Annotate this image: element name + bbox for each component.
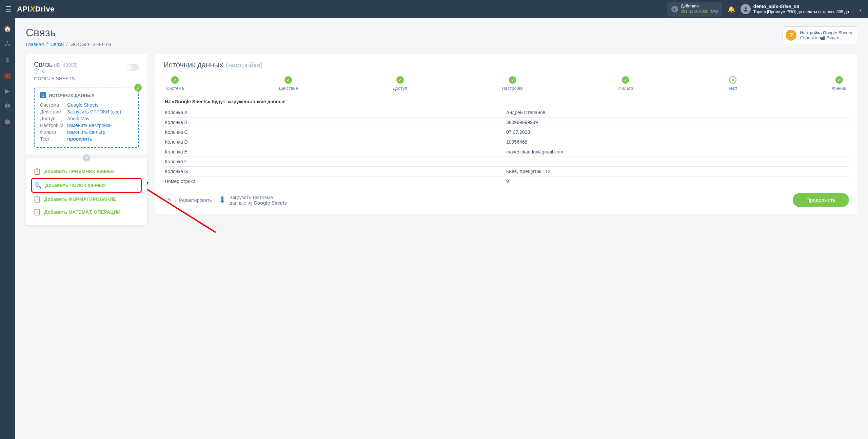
page-title: Связь — [26, 26, 111, 39]
add-action-item[interactable]: 📋Добавить МАТЕМАТ. ОПЕРАЦИИ — [31, 206, 142, 218]
help-icon[interactable]: ? — [4, 119, 11, 127]
breadcrumb-home[interactable]: Главная — [26, 42, 44, 47]
actions-label: Действия: — [681, 4, 718, 9]
briefcase-icon[interactable]: 💼 — [4, 72, 11, 79]
breadcrumb-links[interactable]: Связи — [51, 42, 64, 47]
logo-x: X — [30, 5, 35, 13]
add-action-item[interactable]: 🔍Добавить ПОИСК данных — [31, 178, 142, 193]
notifications-icon[interactable]: 🔔 — [728, 5, 735, 13]
table-row: Колонка F — [163, 157, 849, 167]
video-icon[interactable]: ▶ — [5, 87, 10, 95]
pencil-icon: ✎ — [163, 194, 176, 206]
profile-icon[interactable] — [4, 103, 11, 111]
help-link-video[interactable]: Видео — [826, 35, 839, 40]
table-row: Колонка B380999999989 — [163, 118, 849, 127]
source-row[interactable]: ДействиеЗагрузить СТРОКИ (все) — [40, 108, 133, 115]
source-row[interactable]: СистемаGoogle Sheets — [40, 102, 133, 108]
action-icon: 🔍 — [34, 182, 42, 189]
conn-title: Связь — [34, 61, 53, 68]
breadcrumb: Главная / Связи / GOOGLE SHEETS — [26, 42, 111, 47]
continue-button[interactable]: Продолжить — [793, 193, 849, 207]
help-link-doc[interactable]: Справка — [800, 35, 817, 40]
svg-point-5 — [7, 105, 8, 106]
edit-button[interactable]: ✎ Редактировать — [163, 194, 212, 206]
right-subtitle: (настройка) — [226, 61, 262, 69]
source-row[interactable]: Тестпроверить — [40, 135, 133, 142]
table-row: Колонка GКиев, Хрещатик 112 — [163, 167, 849, 176]
source-row[interactable]: Настройкиизменить настройки — [40, 122, 133, 129]
svg-point-0 — [745, 7, 747, 9]
wizard-step[interactable]: ✓Финиш — [832, 76, 846, 91]
breadcrumb-current: GOOGLE SHEETS — [70, 42, 111, 47]
help-box: ? Настройка Google Sheets Справка 📹 Виде… — [783, 26, 857, 44]
table-row: Номер строки9 — [163, 176, 849, 186]
user-plan: Тариф |Премиум PRO| до оплаты осталось 3… — [753, 9, 849, 15]
table-row: Колонка C07.07.2023 — [163, 127, 849, 137]
table-row: Колонка AАндрей Степанов — [163, 108, 849, 118]
conn-toggle[interactable] — [125, 64, 139, 71]
action-icon: 📋 — [33, 168, 41, 175]
actions-used: 291 — [681, 9, 688, 14]
side-nav: 🏠 $ 💼 ▶ ? — [0, 18, 15, 439]
copy-icon[interactable]: 📄 — [34, 68, 40, 74]
source-block-title: ИСТОЧНИК ДАННЫХ — [49, 93, 94, 98]
actions-total: 100'000 — [694, 9, 708, 14]
user-name: demo_apix-drive_s3 — [753, 3, 849, 9]
wizard-step[interactable]: ✓Действие — [279, 76, 298, 91]
info-icon: i — [671, 6, 678, 13]
svg-text:?: ? — [6, 120, 8, 124]
source-row[interactable]: ДоступAndrii Mav — [40, 115, 133, 122]
wizard-step[interactable]: Тест — [728, 76, 737, 91]
menu-toggle[interactable]: ☰ — [5, 5, 12, 13]
user-menu[interactable]: demo_apix-drive_s3 Тариф |Премиум PRO| д… — [741, 3, 863, 15]
load-test-button[interactable]: ⬇ Загрузить тестовые данные из Google Sh… — [219, 195, 287, 206]
source-block[interactable]: ✓ 1 ИСТОЧНИК ДАННЫХ СистемаGoogle Sheets… — [34, 87, 139, 148]
avatar-icon — [741, 4, 751, 14]
home-icon[interactable]: 🏠 — [4, 25, 11, 33]
help-title: Настройка Google Sheets — [800, 30, 852, 35]
logo-pre: API — [17, 5, 30, 13]
action-icon: 📋 — [33, 195, 41, 203]
logo[interactable]: APIXDrive — [17, 5, 55, 14]
table-row: Колонка Emaverickandrii@gmail.com — [163, 147, 849, 157]
logo-post: Drive — [35, 5, 55, 13]
billing-icon[interactable]: $ — [6, 57, 9, 64]
table-row: Колонка D10056468 — [163, 137, 849, 147]
check-icon: ✓ — [134, 84, 142, 91]
wizard-step[interactable]: ✓Доступ — [393, 76, 407, 91]
add-plus-icon[interactable]: + — [83, 154, 90, 162]
conn-id: (ID: 43995) — [53, 62, 78, 68]
actions-counter[interactable]: i Действия: 291 из 100'000 (0%) — [667, 2, 722, 16]
wizard-step[interactable]: ✓Система — [166, 76, 184, 91]
conn-sub: GOOGLE SHEETS — [34, 76, 139, 81]
source-row[interactable]: Фильтризменить фильтр — [40, 129, 133, 135]
action-icon: 📋 — [33, 208, 41, 216]
add-action-item[interactable]: 📋Добавить ПРИЕМНИК данных — [31, 165, 142, 178]
step-number: 1 — [40, 92, 46, 98]
wizard-step[interactable]: ✓Настройки — [502, 76, 524, 91]
add-actions-menu: 📋Добавить ПРИЕМНИК данных🔍Добавить ПОИСК… — [26, 158, 147, 225]
download-icon: ⬇ — [219, 195, 226, 205]
question-icon: ? — [786, 30, 796, 41]
add-action-item[interactable]: 📋Добавить ФОРМАТИРОВАНИЕ — [31, 193, 142, 206]
gear-icon[interactable]: ⚙ — [42, 68, 46, 74]
right-title: Источник данных — [163, 61, 223, 69]
data-intro: Из «Google Sheets» будут загружены такие… — [163, 99, 849, 104]
camera-icon: 📹 — [820, 35, 827, 40]
chevron-down-icon: ⌄ — [859, 6, 863, 12]
connections-icon[interactable] — [4, 41, 11, 48]
wizard-step[interactable]: ✓Фильтр — [618, 76, 633, 91]
